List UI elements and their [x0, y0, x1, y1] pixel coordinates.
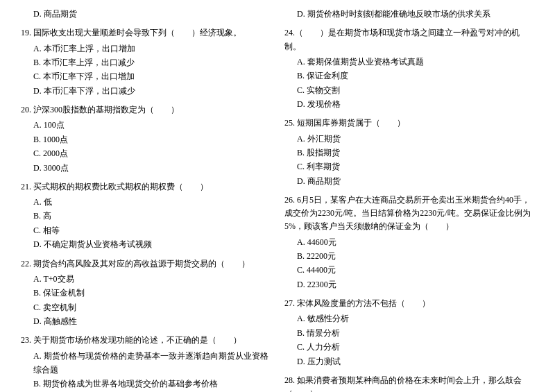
option-21c: C. 相等: [21, 223, 271, 237]
option-24d: D. 发现价格: [284, 97, 534, 111]
question-block-d-option: D. 商品期货: [21, 7, 271, 21]
question-text-25: 25. 短期国库券期货属于（ ）: [284, 117, 534, 130]
option-25d: D. 商品期货: [284, 174, 534, 188]
question-text-24: 24.（ ）是在期货市场和现货市场之间建立一种盈亏对冲的机制。: [284, 26, 534, 53]
question-text-22: 22. 期货合约高风险及其对应的高收益源于期货交易的（ ）: [21, 257, 271, 271]
option-19b: B. 本币汇率上浮，出口减少: [21, 56, 271, 69]
question-block-19: 19. 国际收支出现大量顺差时会导致下列（ ）经济现象。 A. 本币汇率上浮，出…: [21, 26, 271, 98]
question-block-20: 20. 沪深300股指数的基期指数定为（ ） A. 100点 B. 1000点 …: [21, 103, 271, 175]
option-24c: C. 实物交割: [284, 83, 534, 97]
question-text-19: 19. 国际收支出现大量顺差时会导致下列（ ）经济现象。: [21, 26, 271, 40]
option-21a: A. 低: [21, 195, 271, 209]
question-block-22: 22. 期货合约高风险及其对应的高收益源于期货交易的（ ） A. T+0交易 B…: [21, 257, 271, 329]
question-block-28: 28. 如果消费者预期某种商品的价格在未来时间会上升，那么鼓会（ ） A. 减少…: [284, 374, 534, 392]
question-text-23: 23. 关于期货市场价格发现功能的论述，不正确的是（ ）: [21, 334, 271, 347]
question-text-21: 21. 买式期权的期权费比欧式期权的期权费（ ）: [21, 180, 271, 194]
option-24a: A. 套期保值期货从业资格考试真题: [284, 55, 534, 69]
option-21b: B. 高: [21, 209, 271, 223]
option-20a: A. 100点: [21, 118, 271, 132]
option-25c: C. 利率期货: [284, 160, 534, 173]
question-text-27: 27. 宋体风险度量的方法不包括（ ）: [284, 297, 534, 310]
question-text-26: 26. 6月5日，某客户在大连商品交易所开仓卖出玉米期货合约40手，成交价为22…: [284, 194, 534, 234]
option-22b: B. 保证金机制: [21, 286, 271, 300]
option-27c: C. 人力分析: [284, 340, 534, 354]
option-26d: D. 22300元: [284, 278, 534, 291]
option-23a: A. 期货价格与现货价格的走势基本一致并逐渐趋向期货从业资格综合题: [21, 349, 271, 377]
option-27a: A. 敏感性分析: [284, 312, 534, 325]
option-25b: B. 股指期货: [284, 146, 534, 160]
question-text-20: 20. 沪深300股指数的基期指数定为（ ）: [21, 103, 271, 117]
page-container: D. 商品期货 19. 国际收支出现大量顺差时会导致下列（ ）经济现象。 A. …: [21, 7, 534, 392]
question-block-27: 27. 宋体风险度量的方法不包括（ ） A. 敏感性分析 B. 情景分析 C. …: [284, 297, 534, 368]
columns: D. 商品期货 19. 国际收支出现大量顺差时会导致下列（ ）经济现象。 A. …: [21, 7, 534, 392]
question-block-26: 26. 6月5日，某客户在大连商品交易所开仓卖出玉米期货合约40手，成交价为22…: [284, 194, 534, 291]
option-27d: D. 压力测试: [284, 355, 534, 368]
option-23b: B. 期货价格成为世界各地现货交价的基础参考价格: [21, 377, 271, 391]
option-20d: D. 3000点: [21, 161, 271, 175]
option-22c: C. 卖空机制: [21, 300, 271, 314]
option-24b: B. 保证金利度: [284, 69, 534, 83]
question-block-25: 25. 短期国库券期货属于（ ） A. 外汇期货 B. 股指期货 C. 利率期货…: [284, 117, 534, 188]
option-20c: C. 2000点: [21, 146, 271, 160]
right-column: D. 期货价格时时刻刻都能准确地反映市场的供求关系 24.（ ）是在期货市场和现…: [284, 7, 534, 392]
option-26b: B. 22200元: [284, 249, 534, 263]
question-block-21: 21. 买式期权的期权费比欧式期权的期权费（ ） A. 低 B. 高 C. 相等…: [21, 180, 271, 252]
option-19c: C. 本币汇率下浮，出口增加: [21, 69, 271, 83]
option-d-commodity: D. 商品期货: [21, 7, 271, 21]
option-25a: A. 外汇期货: [284, 132, 534, 146]
option-27b: B. 情景分析: [284, 326, 534, 340]
option-26a: A. 44600元: [284, 235, 534, 249]
question-text-28: 28. 如果消费者预期某种商品的价格在未来时间会上升，那么鼓会（ ）: [284, 374, 534, 392]
option-19a: A. 本币汇率上浮，出口增加: [21, 42, 271, 56]
option-20b: B. 1000点: [21, 133, 271, 146]
question-block-24: 24.（ ）是在期货市场和现货市场之间建立一种盈亏对冲的机制。 A. 套期保值期…: [284, 26, 534, 111]
question-block-d-option-r: D. 期货价格时时刻刻都能准确地反映市场的供求关系: [284, 7, 534, 21]
left-column: D. 商品期货 19. 国际收支出现大量顺差时会导致下列（ ）经济现象。 A. …: [21, 7, 271, 392]
option-22a: A. T+0交易: [21, 272, 271, 286]
option-19d: D. 本币汇率下浮，出口减少: [21, 84, 271, 98]
option-22d: D. 高触感性: [21, 314, 271, 328]
option-d-price: D. 期货价格时时刻刻都能准确地反映市场的供求关系: [284, 7, 534, 21]
option-21d: D. 不确定期货从业资格考试视频: [21, 237, 271, 251]
option-26c: C. 44400元: [284, 263, 534, 277]
question-block-23: 23. 关于期货市场价格发现功能的论述，不正确的是（ ） A. 期货价格与现货价…: [21, 334, 271, 392]
